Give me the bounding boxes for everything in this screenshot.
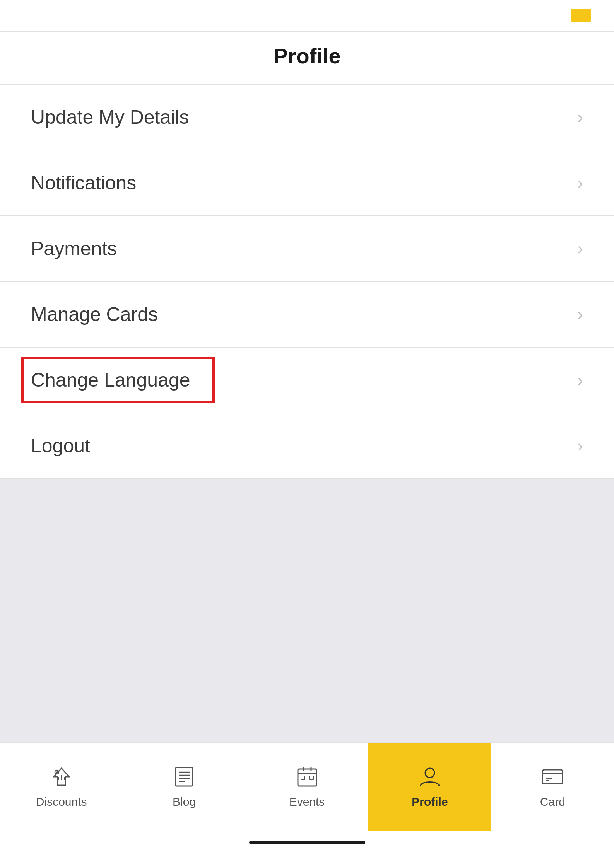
profile-icon bbox=[418, 765, 441, 791]
chevron-icon-logout: › bbox=[577, 436, 583, 455]
nav-item-card[interactable]: Card bbox=[491, 743, 614, 831]
menu-item-update-my-details[interactable]: Update My Details › bbox=[0, 85, 614, 150]
menu-item-label-payments: Payments bbox=[31, 237, 117, 260]
menu-item-logout[interactable]: Logout › bbox=[0, 413, 614, 479]
menu-item-label-manage-cards: Manage Cards bbox=[31, 303, 158, 326]
menu-item-label-change-language: Change Language bbox=[31, 369, 190, 391]
nav-label-events: Events bbox=[289, 795, 325, 808]
chevron-icon-notifications: › bbox=[577, 173, 583, 193]
menu-item-label-logout: Logout bbox=[31, 435, 90, 457]
chevron-icon-payments: › bbox=[577, 239, 583, 258]
bottom-nav: Discounts Blog Events bbox=[0, 742, 614, 831]
menu-item-payments[interactable]: Payments › bbox=[0, 216, 614, 282]
events-icon bbox=[296, 765, 319, 791]
menu-list: Update My Details › Notifications › Paym… bbox=[0, 85, 614, 479]
menu-item-label-notifications: Notifications bbox=[31, 172, 136, 194]
chevron-icon-manage-cards: › bbox=[577, 305, 583, 324]
status-bar bbox=[0, 0, 614, 31]
status-indicator bbox=[571, 9, 591, 22]
nav-label-card: Card bbox=[540, 795, 565, 808]
nav-label-discounts: Discounts bbox=[36, 795, 87, 808]
svg-rect-12 bbox=[310, 776, 313, 780]
svg-rect-2 bbox=[176, 767, 193, 786]
home-indicator bbox=[0, 831, 614, 854]
discounts-icon bbox=[50, 765, 73, 791]
chevron-icon-update-my-details: › bbox=[577, 107, 583, 127]
menu-item-change-language[interactable]: Change Language › bbox=[0, 348, 614, 413]
card-icon bbox=[541, 765, 564, 791]
menu-item-notifications[interactable]: Notifications › bbox=[0, 150, 614, 216]
nav-item-events[interactable]: Events bbox=[246, 743, 368, 831]
home-bar bbox=[249, 841, 365, 844]
nav-label-blog: Blog bbox=[173, 795, 196, 808]
menu-item-manage-cards[interactable]: Manage Cards › bbox=[0, 282, 614, 348]
nav-item-profile[interactable]: Profile bbox=[368, 743, 491, 831]
gray-area bbox=[0, 479, 614, 742]
nav-item-discounts[interactable]: Discounts bbox=[0, 743, 123, 831]
svg-rect-11 bbox=[301, 776, 305, 780]
svg-point-13 bbox=[425, 768, 434, 778]
menu-item-label-update-my-details: Update My Details bbox=[31, 106, 189, 128]
chevron-icon-change-language: › bbox=[577, 370, 583, 390]
blog-icon bbox=[173, 765, 196, 791]
nav-item-blog[interactable]: Blog bbox=[123, 743, 245, 831]
page-title: Profile bbox=[0, 32, 614, 84]
nav-label-profile: Profile bbox=[412, 795, 448, 808]
svg-rect-14 bbox=[542, 770, 563, 784]
